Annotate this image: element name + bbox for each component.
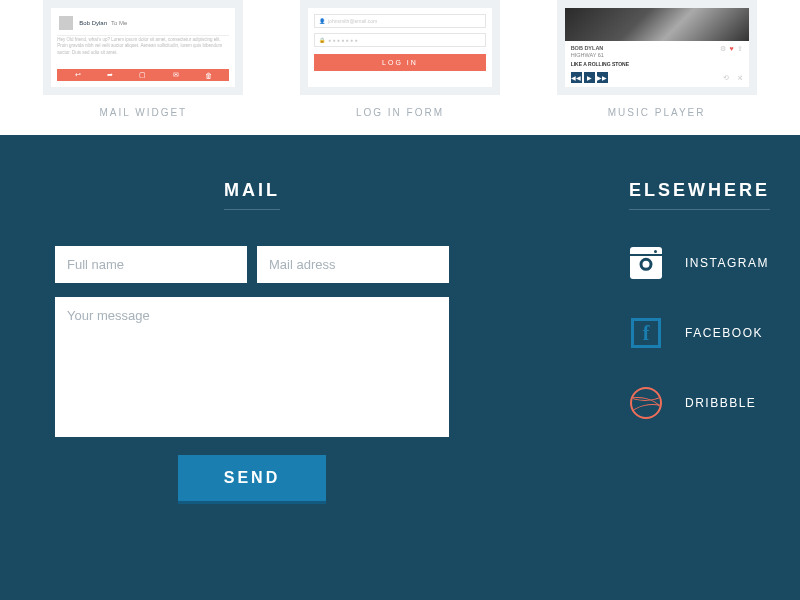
music-card: BOB DYLAN HIGHWAY 61 ⚙ ♥ ⇪ LIKE A ROLLIN… [557,0,757,95]
song-title: LIKE A ROLLING STONE [565,61,749,70]
music-caption: MUSIC PLAYER [608,107,706,118]
form-row [55,246,449,283]
mail-toolbar: ↩ ➦ ▢ ✉ 🗑 [57,69,229,81]
avatar [59,16,73,30]
album-art [565,8,749,41]
mail-widget-card: Bob Dylan To Me Hey Old friend, what's u… [43,0,243,95]
send-button[interactable]: SEND [178,455,326,504]
login-col: 👤johnsmith@email.com 🔒● ● ● ● ● ● ● LOG … [290,0,510,135]
reply-icon[interactable]: ↩ [75,71,81,79]
elsewhere-title: ELSEWHERE [629,180,770,210]
user-icon: 👤 [319,18,325,24]
login-form: 👤johnsmith@email.com 🔒● ● ● ● ● ● ● LOG … [308,8,492,87]
settings-icon[interactable]: ⚙ [720,45,726,53]
lock-icon: 🔒 [319,37,325,43]
mail-widget-col: Bob Dylan To Me Hey Old friend, what's u… [33,0,253,135]
login-button[interactable]: LOG IN [314,54,486,71]
music-actions: ⚙ ♥ ⇪ [720,45,742,53]
divider [57,35,229,36]
music-titles: BOB DYLAN HIGHWAY 61 [571,45,604,59]
music-controls: ◀◀ ▶ ▶▶ ⟲ ⤨ [565,70,749,87]
mail-to: To Me [111,20,127,26]
fullname-input[interactable] [55,246,247,283]
play-button[interactable]: ▶ [584,72,595,83]
instagram-icon [629,246,663,280]
email-field[interactable]: 👤johnsmith@email.com [314,14,486,28]
album-name: HIGHWAY 61 [571,52,604,59]
next-button[interactable]: ▶▶ [597,72,608,83]
login-card: 👤johnsmith@email.com 🔒● ● ● ● ● ● ● LOG … [300,0,500,95]
picture-icon[interactable]: ▢ [139,71,146,79]
dribbble-link[interactable]: DRIBBBLE [629,386,770,420]
mail-title: MAIL [224,180,280,210]
music-player: BOB DYLAN HIGHWAY 61 ⚙ ♥ ⇪ LIKE A ROLLIN… [565,8,749,87]
email-input[interactable] [257,246,449,283]
mail-header: Bob Dylan To Me [57,14,229,32]
dribbble-icon [629,386,663,420]
email-placeholder: johnsmith@email.com [328,18,377,24]
trash-icon[interactable]: 🗑 [205,72,212,79]
dribbble-label: DRIBBBLE [685,396,756,410]
facebook-link[interactable]: f FACEBOOK [629,316,770,350]
message-textarea[interactable] [55,297,449,437]
artist-name: BOB DYLAN [571,45,604,52]
facebook-icon: f [629,316,663,350]
mail-body: Hey Old friend, what's up? Lorem ipsum d… [57,37,229,69]
widgets-row: Bob Dylan To Me Hey Old friend, what's u… [0,0,800,135]
prev-button[interactable]: ◀◀ [571,72,582,83]
share-icon[interactable]: ⇪ [737,45,743,53]
archive-icon[interactable]: ✉ [173,71,179,79]
login-caption: LOG IN FORM [356,107,444,118]
mail-from: Bob Dylan [79,20,107,26]
password-placeholder: ● ● ● ● ● ● ● [328,37,357,43]
mail-section: MAIL SEND [55,180,449,560]
elsewhere-section: ELSEWHERE INSTAGRAM f FACEBOOK DRIBBBLE [629,180,770,560]
forward-icon[interactable]: ➦ [107,71,113,79]
instagram-link[interactable]: INSTAGRAM [629,246,770,280]
heart-icon[interactable]: ♥ [729,45,733,52]
music-col: BOB DYLAN HIGHWAY 61 ⚙ ♥ ⇪ LIKE A ROLLIN… [547,0,767,135]
mail-widget: Bob Dylan To Me Hey Old friend, what's u… [51,8,235,87]
password-field[interactable]: 🔒● ● ● ● ● ● ● [314,33,486,47]
music-info: BOB DYLAN HIGHWAY 61 ⚙ ♥ ⇪ [565,41,749,61]
instagram-label: INSTAGRAM [685,256,769,270]
facebook-label: FACEBOOK [685,326,763,340]
shuffle-icon[interactable]: ⤨ [737,74,743,82]
mail-widget-caption: MAIL WIDGET [99,107,187,118]
footer: MAIL SEND ELSEWHERE INSTAGRAM f FACEBOOK… [0,135,800,600]
repeat-icon[interactable]: ⟲ [723,74,729,82]
